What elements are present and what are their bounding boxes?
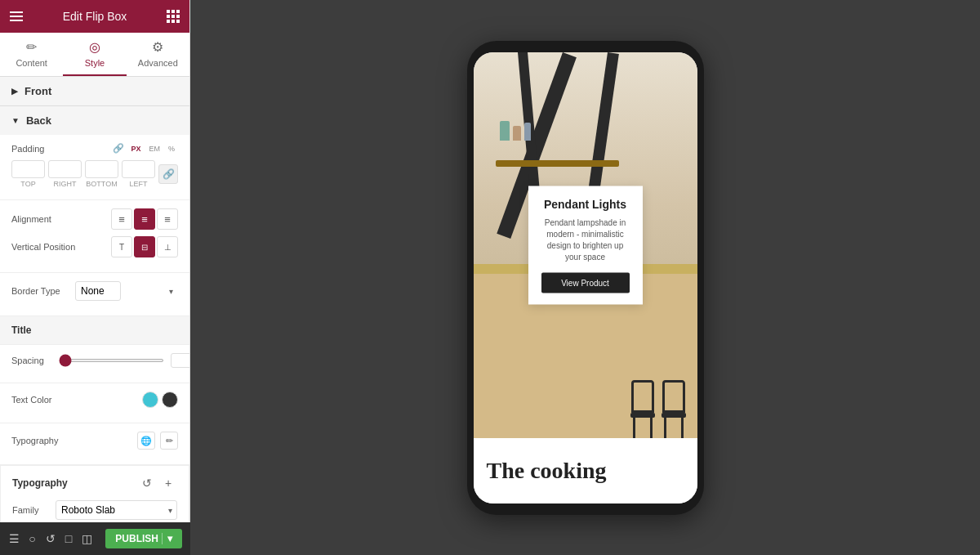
- front-arrow-icon: ▶: [11, 87, 18, 96]
- border-type-control: Border Type None Solid Dashed: [0, 273, 189, 316]
- shelf-item-3: [524, 123, 531, 141]
- unit-percent[interactable]: %: [165, 144, 178, 154]
- padding-control: Padding 🔗 PX EM % 20 TOP 20 RIGHT: [0, 135, 189, 200]
- typography-globe-icon[interactable]: 🌐: [137, 432, 155, 450]
- chair-1: [630, 378, 655, 438]
- content-icon: ✏: [26, 39, 37, 55]
- beam-3: [586, 52, 619, 207]
- tab-advanced[interactable]: ⚙ Advanced: [127, 33, 189, 76]
- chair-2: [662, 378, 686, 438]
- toolbar-circle-icon[interactable]: ○: [26, 529, 38, 548]
- padding-top-input[interactable]: 20: [11, 160, 45, 178]
- title-section-header: Title: [0, 316, 189, 345]
- color-swatches: [142, 392, 178, 408]
- border-type-select[interactable]: None Solid Dashed: [75, 281, 121, 301]
- align-right-button[interactable]: ≡: [157, 208, 178, 230]
- back-arrow-icon: ▼: [11, 116, 20, 125]
- unit-em[interactable]: EM: [145, 144, 163, 154]
- sidebar: Edit Flip Box ✏ Content ◎ Style ⚙ Advanc…: [0, 0, 190, 555]
- padding-right-input[interactable]: 20: [48, 160, 82, 178]
- font-family-label: Family: [12, 505, 49, 515]
- bottom-toolbar: ☰ ○ ↺ □ ◫ PUBLISH ▾: [0, 522, 190, 555]
- flip-bottom-text: The cooking: [487, 458, 607, 484]
- sidebar-header: Edit Flip Box: [0, 0, 189, 33]
- font-family-row: Family Roboto Slab Roboto Open Sans: [12, 500, 177, 520]
- back-section-header[interactable]: ▼ Back: [0, 106, 189, 135]
- toolbar-undo-icon[interactable]: ↺: [45, 529, 56, 548]
- typography-panel-title: Typography: [12, 477, 68, 489]
- publish-button[interactable]: PUBLISH ▾: [105, 529, 182, 548]
- color-swatch-dark[interactable]: [162, 392, 178, 408]
- padding-link-icon: 🔗: [113, 143, 124, 154]
- border-type-label: Border Type: [11, 286, 69, 296]
- vertical-position-buttons: T ⊟ ⊥: [111, 236, 178, 257]
- shelf-item-1: [500, 121, 510, 141]
- tab-content[interactable]: ✏ Content: [0, 33, 63, 76]
- typography-reset-button[interactable]: ↺: [138, 474, 156, 492]
- padding-left-input[interactable]: 20: [122, 160, 155, 178]
- tab-style[interactable]: ◎ Style: [63, 33, 126, 76]
- typography-panel-actions: ↺ +: [138, 474, 177, 492]
- toolbar-preview-icon[interactable]: ◫: [81, 529, 92, 548]
- toolbar-responsive-icon[interactable]: □: [63, 529, 74, 548]
- valign-bottom-button[interactable]: ⊥: [157, 236, 178, 257]
- color-swatch-blue[interactable]: [142, 392, 158, 408]
- font-family-select[interactable]: Roboto Slab Roboto Open Sans: [56, 500, 177, 520]
- padding-units: PX EM %: [127, 144, 178, 154]
- padding-label: Padding: [11, 144, 113, 154]
- hamburger-icon[interactable]: [10, 11, 23, 21]
- typography-edit-icon[interactable]: ✏: [160, 432, 178, 450]
- panel-title: Edit Flip Box: [63, 10, 127, 23]
- front-section-header[interactable]: ▶ Front: [0, 77, 189, 105]
- advanced-icon: ⚙: [152, 39, 163, 55]
- card-description: Pendant lampshade in modern - minimalist…: [541, 217, 630, 262]
- apps-icon[interactable]: [167, 10, 180, 23]
- padding-right-label: RIGHT: [54, 180, 77, 188]
- spacing-control: Spacing: [0, 345, 189, 383]
- typography-control: Typography 🌐 ✏: [0, 423, 189, 465]
- shelf-1: [496, 160, 619, 167]
- padding-top-label: TOP: [20, 180, 35, 188]
- shelf-items: [500, 121, 531, 141]
- chair-back-2: [662, 380, 685, 413]
- flip-top-face: Pendant Lights Pendant lampshade in mode…: [474, 52, 697, 438]
- card-title: Pendant Lights: [541, 197, 630, 210]
- phone-mockup: Pendant Lights Pendant lampshade in mode…: [467, 41, 704, 515]
- typography-label: Typography: [11, 436, 137, 445]
- style-icon: ◎: [89, 39, 100, 55]
- sidebar-content: ▶ Front ▼ Back Padding 🔗 PX EM % 20: [0, 77, 189, 555]
- chair-legs-1: [633, 418, 653, 438]
- align-left-button[interactable]: ≡: [111, 208, 132, 230]
- chairs: [630, 378, 686, 438]
- info-card: Pendant Lights Pendant lampshade in mode…: [528, 186, 643, 304]
- alignment-control: Alignment ≡ ≡ ≡ Vertical Position T ⊟ ⊥: [0, 200, 189, 273]
- chair-back-1: [631, 380, 654, 413]
- spacing-label: Spacing: [11, 356, 52, 365]
- padding-left-label: LEFT: [129, 180, 147, 188]
- link-button[interactable]: 🔗: [158, 164, 178, 184]
- text-color-label: Text Color: [11, 395, 142, 405]
- padding-bottom-input[interactable]: 20: [85, 160, 118, 178]
- typography-add-button[interactable]: +: [159, 474, 177, 492]
- canvas-area: Pendant Lights Pendant lampshade in mode…: [190, 0, 980, 555]
- publish-arrow-icon[interactable]: ▾: [162, 533, 172, 544]
- vertical-position-label: Vertical Position: [11, 242, 111, 252]
- typography-icons: 🌐 ✏: [137, 432, 178, 450]
- spacing-value[interactable]: [171, 353, 189, 368]
- padding-inputs: 20 TOP 20 RIGHT 20 BOTTOM 20 LEFT 🔗: [11, 160, 178, 188]
- unit-px[interactable]: PX: [127, 144, 144, 154]
- chair-legs-2: [664, 418, 684, 438]
- text-color-control: Text Color: [0, 383, 189, 423]
- valign-top-button[interactable]: T: [111, 236, 132, 257]
- kitchen-scene: Pendant Lights Pendant lampshade in mode…: [474, 52, 697, 438]
- align-center-button[interactable]: ≡: [134, 208, 155, 230]
- view-product-button[interactable]: View Product: [541, 272, 630, 293]
- toolbar-menu-icon[interactable]: ☰: [8, 529, 20, 548]
- valign-middle-button[interactable]: ⊟: [134, 236, 155, 257]
- alignment-buttons: ≡ ≡ ≡: [111, 208, 178, 230]
- phone-screen: Pendant Lights Pendant lampshade in mode…: [474, 52, 697, 504]
- flip-bottom-face: The cooking: [474, 438, 697, 504]
- spacing-slider[interactable]: [59, 359, 164, 362]
- padding-bottom-label: BOTTOM: [86, 180, 117, 188]
- tab-bar: ✏ Content ◎ Style ⚙ Advanced: [0, 33, 189, 77]
